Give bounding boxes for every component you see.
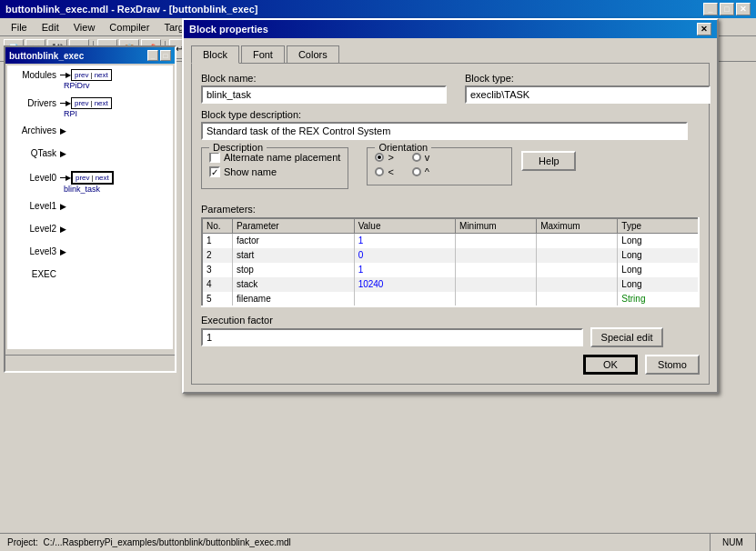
orientation-group-title: Orientation (375, 142, 431, 153)
port-prev-2: prev (75, 99, 89, 107)
cell-parameter: factor (232, 234, 354, 248)
block-modules[interactable]: prev | next (71, 69, 112, 81)
description-groupbox: Description Alternate name placement ✓ S… (201, 147, 348, 189)
block-level0[interactable]: prev | next (71, 171, 114, 185)
diagram-label-level1: Level1 (11, 201, 56, 211)
orientation-right-radio[interactable] (375, 153, 384, 162)
menu-view[interactable]: View (66, 20, 103, 35)
port-next-3: next (96, 174, 109, 182)
status-num: NUM (711, 534, 756, 551)
dialog-title: Block properties (189, 24, 268, 35)
cell-no: 4 (202, 277, 232, 292)
diagram-label-level3: Level3 (11, 246, 56, 256)
maximize-button[interactable]: □ (720, 3, 734, 15)
dialog-close-button[interactable]: ✕ (697, 23, 711, 35)
orientation-left-label: < (388, 166, 393, 177)
cell-value: 10240 (354, 277, 455, 292)
alt-name-checkbox[interactable] (209, 152, 220, 163)
execution-factor-section: Execution factor Special edit (201, 315, 700, 347)
close-main-button[interactable]: ✕ (736, 3, 751, 15)
orientation-down-radio[interactable] (412, 153, 421, 162)
block-name-section: Block name: (201, 73, 447, 104)
minimize-button[interactable]: _ (703, 3, 718, 15)
table-row[interactable]: 3 stop 1 Long (202, 263, 699, 277)
special-edit-button[interactable]: Special edit (590, 327, 663, 347)
diagram-window: buttonblink_exec _ □ Modules ▶ prev | ne… (4, 45, 176, 373)
status-project: Project: C:/...RaspberryPi_examples/butt… (0, 534, 711, 551)
menu-file[interactable]: File (4, 20, 35, 35)
cell-parameter: filename (232, 292, 354, 306)
status-project-path: C:/...RaspberryPi_examples/buttonblink/b… (43, 537, 290, 547)
block-type-input[interactable] (465, 85, 711, 104)
diagram-item-level0: Level0 ▶ prev | next blink_task (11, 171, 169, 185)
cell-minimum (456, 248, 537, 263)
orientation-up: ^ (412, 166, 430, 177)
port-prev-1: prev (75, 71, 89, 79)
cell-type: Long (618, 263, 699, 277)
orientation-col-1: > < (375, 152, 393, 177)
diagram-label-level2: Level2 (11, 224, 56, 234)
diagram-item-drivers: Drivers ▶ prev | next RPI (11, 97, 169, 109)
orientation-groupbox: Orientation > < (367, 147, 512, 185)
tab-colors[interactable]: Colors (287, 45, 339, 63)
cell-parameter: stack (232, 277, 354, 292)
tab-font[interactable]: Font (241, 45, 285, 63)
help-button[interactable]: Help (521, 151, 576, 171)
cell-type: Long (618, 234, 699, 248)
block-port-label-2: RPI (64, 109, 77, 118)
cell-no: 2 (202, 248, 232, 263)
main-window: buttonblink_exec.mdl - RexDraw - [button… (0, 0, 756, 551)
parameters-section: Parameters: No. Parameter Value Minimum … (201, 204, 700, 307)
execution-factor-label: Execution factor (201, 315, 700, 326)
orientation-col-2: v ^ (412, 152, 430, 177)
block-drivers[interactable]: prev | next (71, 97, 112, 109)
orientation-up-radio[interactable] (412, 167, 421, 176)
diagram-label-level0: Level0 (11, 173, 56, 183)
menu-compiler[interactable]: Compiler (102, 20, 156, 35)
cell-type: Long (618, 277, 699, 292)
dialog-titlebar: Block properties ✕ (184, 20, 717, 38)
diagram-label-modules: Modules (11, 70, 56, 80)
show-name-checkbox[interactable]: ✓ (209, 166, 220, 177)
ok-button[interactable]: OK (583, 355, 638, 375)
cell-minimum (456, 234, 537, 248)
diagram-item-level2: Level2 ▶ (11, 224, 169, 234)
block-name-input[interactable] (201, 85, 447, 104)
stomo-button[interactable]: Stomo (645, 355, 700, 375)
cell-no: 1 (202, 234, 232, 248)
diagram-label-drivers: Drivers (11, 98, 56, 108)
col-parameter: Parameter (232, 218, 354, 234)
orientation-left-radio[interactable] (375, 167, 384, 176)
status-project-label: Project: (7, 537, 43, 547)
cell-no: 3 (202, 263, 232, 277)
table-row[interactable]: 5 filename String (202, 292, 699, 306)
menu-edit[interactable]: Edit (35, 20, 66, 35)
tab-content-block: Block name: Block type: Block type descr… (191, 63, 710, 385)
table-row[interactable]: 2 start 0 Long (202, 248, 699, 263)
diagram-titlebar: buttonblink_exec _ □ (5, 47, 175, 64)
alt-name-row: Alternate name placement (209, 152, 340, 163)
diagram-title: buttonblink_exec (9, 51, 84, 61)
show-name-row: ✓ Show name (209, 166, 340, 177)
diagram-maximize[interactable]: □ (160, 50, 171, 61)
diagram-content: Modules ▶ prev | next RPiDrv Drivers (7, 65, 173, 349)
orientation-right-label: > (388, 152, 393, 163)
block-desc-section: Block type description: (201, 109, 700, 140)
port-next-1: next (95, 71, 108, 79)
block-type-label: Block type: (465, 73, 711, 84)
orientation-down: v (412, 152, 430, 163)
orientation-help-group: Orientation > < (367, 147, 576, 196)
diagram-item-archives: Archives ▶ (11, 125, 169, 135)
cell-minimum (456, 277, 537, 292)
table-row[interactable]: 4 stack 10240 Long (202, 277, 699, 292)
port-next-2: next (95, 99, 108, 107)
execution-factor-input[interactable] (201, 328, 583, 346)
diagram-label-archives: Archives (11, 125, 56, 135)
main-title: buttonblink_exec.mdl - RexDraw - [button… (5, 4, 258, 15)
block-desc-input[interactable] (201, 122, 688, 140)
col-type: Type (618, 218, 699, 234)
diagram-minimize[interactable]: _ (147, 50, 158, 61)
table-row[interactable]: 1 factor 1 Long (202, 234, 699, 248)
tab-block[interactable]: Block (191, 45, 239, 64)
titlebar-buttons: _ □ ✕ (703, 3, 751, 15)
